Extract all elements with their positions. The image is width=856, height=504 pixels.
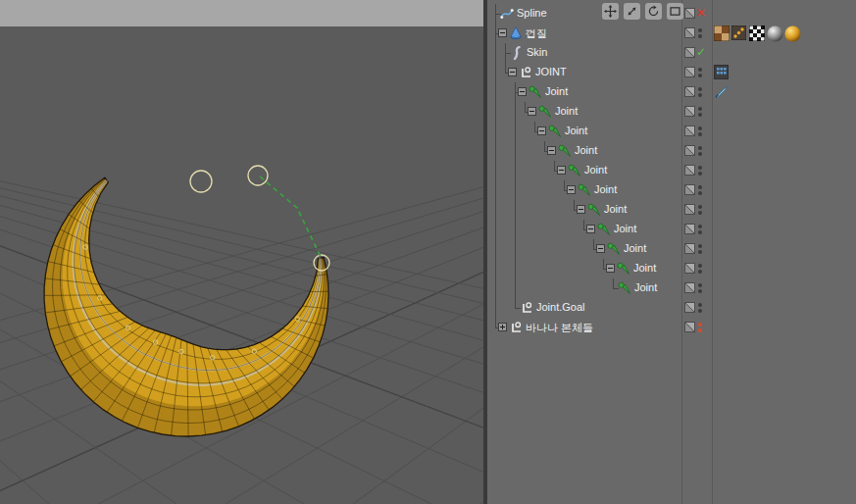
- layer-toggle-icon[interactable]: [684, 282, 695, 293]
- om-label[interactable]: Joint: [575, 144, 597, 156]
- layer-toggle-icon[interactable]: [684, 8, 695, 19]
- visibility-dot[interactable]: [698, 166, 702, 170]
- om-label[interactable]: Joint: [555, 105, 578, 117]
- visibility-dot[interactable]: [698, 113, 702, 117]
- layer-toggle-icon[interactable]: [684, 27, 695, 38]
- visibility-dot[interactable]: [698, 132, 702, 136]
- rotate-view-icon[interactable]: [645, 3, 662, 20]
- collapse-box[interactable]: [567, 185, 576, 194]
- om-row-joint-9[interactable]: Joint: [487, 239, 856, 259]
- dolly-view-icon[interactable]: [624, 3, 640, 20]
- collapse-box[interactable]: [547, 146, 556, 155]
- om-label[interactable]: Joint: [634, 281, 657, 293]
- om-row-banana-group[interactable]: 바나나 본체들: [487, 318, 856, 337]
- visibility-dot[interactable]: [698, 244, 702, 248]
- om-row-joint-5[interactable]: Joint: [487, 161, 856, 180]
- om-label[interactable]: JOINT: [535, 66, 567, 77]
- viewport-3d[interactable]: [0, 0, 483, 504]
- collapse-box[interactable]: [596, 244, 605, 253]
- ik-tag-icon[interactable]: [714, 84, 730, 101]
- om-row-joint-root[interactable]: JOINT: [487, 63, 856, 82]
- collapse-box[interactable]: [606, 264, 615, 273]
- visibility-dot[interactable]: [698, 87, 702, 91]
- om-row-joint-8[interactable]: Joint: [487, 220, 856, 239]
- visibility-dot[interactable]: [698, 264, 702, 268]
- toggle-view-icon[interactable]: [667, 3, 683, 20]
- om-row-joint-1[interactable]: Joint: [487, 82, 856, 102]
- layer-toggle-icon[interactable]: [684, 86, 695, 97]
- om-row-joint-10[interactable]: Joint: [487, 259, 856, 278]
- uvw-checker-icon[interactable]: [749, 25, 766, 42]
- om-label[interactable]: Joint: [624, 242, 646, 254]
- om-label[interactable]: Joint: [633, 262, 656, 274]
- om-label[interactable]: Joint: [614, 223, 636, 234]
- visibility-dot[interactable]: [698, 289, 702, 293]
- visibility-dot[interactable]: [698, 68, 702, 72]
- visibility-dot[interactable]: [698, 205, 702, 209]
- layer-toggle-icon[interactable]: [684, 165, 695, 176]
- layer-toggle-icon[interactable]: [684, 126, 695, 136]
- om-label[interactable]: 껍질: [526, 26, 547, 41]
- visibility-dot[interactable]: [698, 93, 702, 97]
- om-label[interactable]: Joint: [594, 183, 617, 195]
- visibility-dot[interactable]: [698, 323, 702, 327]
- visibility-dot[interactable]: [698, 270, 702, 274]
- collapse-box[interactable]: [518, 87, 527, 96]
- visibility-dot[interactable]: [698, 34, 702, 38]
- visibility-dot[interactable]: [698, 74, 702, 77]
- visibility-dot[interactable]: [698, 146, 702, 150]
- visibility-dot[interactable]: [698, 309, 702, 313]
- layer-toggle-icon[interactable]: [684, 67, 695, 77]
- om-label[interactable]: Joint: [584, 164, 607, 176]
- om-row-joint-11[interactable]: Joint: [487, 278, 856, 298]
- om-row-joint-3[interactable]: Joint: [487, 122, 856, 141]
- pan-view-icon[interactable]: [602, 3, 619, 20]
- om-row-joint-goal[interactable]: Joint.Goal: [487, 298, 856, 318]
- om-row-joint-6[interactable]: Joint: [487, 180, 856, 200]
- visibility-dot[interactable]: [698, 107, 702, 111]
- visibility-dot[interactable]: [698, 225, 702, 228]
- visibility-dot[interactable]: [698, 283, 702, 287]
- texture-checker-icon[interactable]: [714, 25, 730, 42]
- om-row-peel[interactable]: 껍질: [487, 24, 856, 43]
- collapse-box[interactable]: [537, 126, 546, 135]
- collapse-box[interactable]: [557, 166, 566, 175]
- layer-toggle-icon[interactable]: [684, 47, 695, 58]
- visibility-dot[interactable]: [698, 185, 702, 189]
- om-label[interactable]: Skin: [527, 46, 547, 58]
- layer-toggle-icon[interactable]: [684, 263, 695, 274]
- texture-dots-icon[interactable]: [731, 25, 748, 42]
- visibility-dot[interactable]: [698, 303, 702, 307]
- layer-toggle-icon[interactable]: [684, 224, 695, 234]
- visibility-dot[interactable]: [698, 152, 702, 156]
- visibility-dot[interactable]: [698, 126, 702, 130]
- viewport-canvas[interactable]: [0, 26, 483, 504]
- visibility-dot[interactable]: [698, 250, 702, 254]
- enabled-check-icon[interactable]: ✓: [696, 45, 706, 59]
- layer-toggle-icon[interactable]: [684, 243, 695, 254]
- om-row-joint-4[interactable]: Joint: [487, 141, 856, 161]
- collapse-box[interactable]: [508, 68, 517, 76]
- expand-box[interactable]: [498, 323, 507, 331]
- layer-toggle-icon[interactable]: [684, 322, 695, 332]
- om-label[interactable]: Joint: [604, 203, 627, 215]
- om-label[interactable]: Spline: [517, 7, 547, 19]
- visibility-dot[interactable]: [698, 230, 702, 234]
- om-row-joint-2[interactable]: Joint: [487, 102, 856, 122]
- visibility-dot[interactable]: [698, 191, 702, 195]
- om-row-joint-7[interactable]: Joint: [487, 200, 856, 220]
- om-label[interactable]: Joint.Goal: [536, 301, 585, 313]
- collapse-box[interactable]: [586, 225, 595, 233]
- weight-tag-icon[interactable]: [714, 65, 730, 81]
- layer-toggle-icon[interactable]: [684, 204, 695, 215]
- collapse-box[interactable]: [577, 205, 585, 214]
- visibility-dot[interactable]: [698, 28, 702, 32]
- om-label[interactable]: Joint: [565, 125, 587, 136]
- material-sphere-icon[interactable]: [784, 25, 801, 42]
- visibility-dot[interactable]: [698, 328, 702, 332]
- om-label[interactable]: Joint: [545, 85, 568, 97]
- om-row-skin[interactable]: Skin✓: [487, 43, 856, 63]
- layer-toggle-icon[interactable]: [684, 106, 695, 117]
- layer-toggle-icon[interactable]: [684, 145, 695, 156]
- phong-sphere-icon[interactable]: [767, 25, 783, 42]
